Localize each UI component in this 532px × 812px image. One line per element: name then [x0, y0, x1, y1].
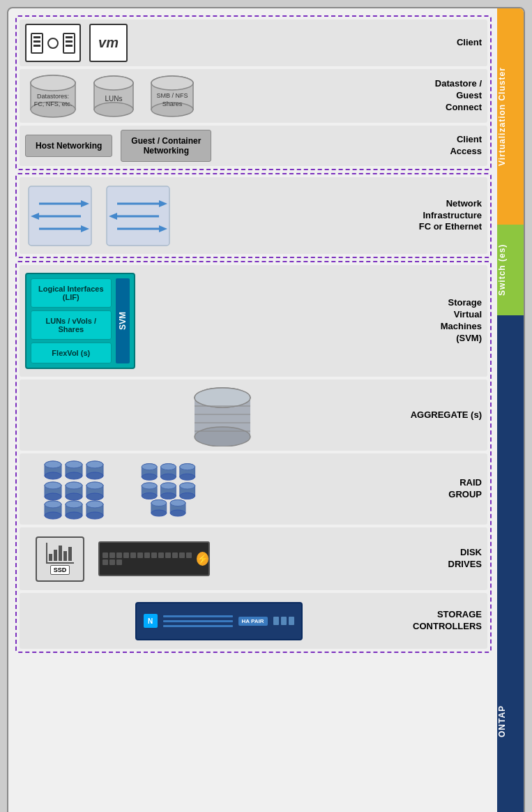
- svg-point-33: [195, 427, 250, 446]
- server-icon: [25, 24, 81, 62]
- svg-point-77: [142, 474, 157, 480]
- client-content: vm: [25, 24, 391, 62]
- svm-layers: Logical Interfaces(LIF) LUNs / vVols /Sh…: [31, 278, 112, 363]
- svg-text:Datastores:: Datastores:: [37, 93, 69, 100]
- sc-port-3: [289, 617, 294, 625]
- ssd-bar-3: [59, 546, 62, 561]
- storage-controllers-content: N HA PAIR: [25, 602, 391, 640]
- hdd-slot: [137, 552, 143, 558]
- svg-point-34: [195, 388, 250, 407]
- sidebar-virt-label: Virtualization Cluster: [497, 8, 507, 225]
- svg-point-62: [86, 482, 103, 489]
- hdd-slot: [116, 559, 122, 565]
- storage-controllers-row: N HA PAIR STORAGEC: [20, 593, 487, 649]
- svg-point-106: [170, 499, 185, 506]
- svm-lif-layer: Logical Interfaces(LIF): [31, 278, 112, 308]
- hdd-slot: [109, 559, 115, 565]
- svg-point-66: [45, 501, 61, 508]
- svm-content: Logical Interfaces(LIF) LUNs / vVols /Sh…: [25, 273, 391, 369]
- bar-line-5: [66, 40, 73, 43]
- vm-text: vm: [98, 35, 119, 51]
- sc-port-2: [281, 617, 287, 625]
- sidebar-virt: Virtualization Cluster: [497, 8, 524, 225]
- hdd-slot: [116, 552, 122, 558]
- svm-flexvol-layer: FlexVol (s): [31, 343, 112, 363]
- ssd-chart: [46, 543, 74, 564]
- ssd-bar-2: [54, 550, 57, 561]
- server-bar-right: [63, 33, 75, 54]
- hdd-power-indicator: ⚡: [197, 552, 208, 566]
- svg-point-69: [66, 512, 82, 519]
- sc-port-1: [273, 617, 279, 625]
- switch-icon-2: [103, 183, 173, 249]
- svg-point-74: [86, 501, 103, 508]
- server-dot: [47, 38, 59, 49]
- svm-label: StorageVirtualMachines(SVM): [391, 297, 482, 345]
- sc-body: [163, 615, 233, 627]
- content-area: vm Client Datastores:: [8, 8, 497, 812]
- svg-point-50: [86, 461, 103, 468]
- network-infra-row: NetworkInfrastructureFC or Ethernet: [20, 177, 487, 254]
- datastore-content: Datastores: FC, NFS, etc. LUNs: [25, 73, 391, 119]
- raid-row: RAIDGROUP: [20, 453, 487, 525]
- svg-point-41: [45, 472, 61, 479]
- switch-icon-1: [25, 183, 95, 249]
- sc-line-3: [163, 625, 233, 627]
- svg-text:FC, NFS, etc.: FC, NFS, etc.: [34, 100, 73, 107]
- svg-point-85: [180, 474, 195, 480]
- sc-line-2: [163, 620, 233, 622]
- svg-point-101: [151, 510, 167, 516]
- svg-point-57: [66, 493, 82, 500]
- vm-icon: vm: [89, 24, 128, 62]
- client-access-label: ClientAccess: [391, 134, 482, 158]
- server-bar-left: [31, 33, 43, 54]
- sidebar-switch-label: Switch (es): [497, 225, 507, 315]
- raid-disk-group-1: [39, 458, 116, 520]
- svg-point-82: [161, 464, 176, 470]
- aggregate-cylinder: [188, 384, 257, 446]
- svg-point-81: [161, 474, 176, 480]
- client-label: Client: [391, 37, 482, 49]
- virtualization-section: vm Client Datastores:: [15, 15, 492, 170]
- svg-point-3: [31, 75, 75, 91]
- hdd-slot: [102, 559, 108, 565]
- sidebar-ontap-label: ONTAP: [497, 315, 507, 812]
- svm-luns-layer: LUNs / vVols /Shares: [31, 310, 112, 340]
- ssd-icon: SSD: [36, 536, 84, 582]
- datastore-cylinder-1: Datastores: FC, NFS, etc.: [25, 73, 81, 119]
- ssd-bar-1: [49, 554, 52, 561]
- svg-point-54: [45, 482, 61, 489]
- client-access-row: Host Networking Guest / ContainerNetwork…: [20, 126, 487, 166]
- raid-disk-group-2: [137, 458, 206, 520]
- client-row: vm Client: [20, 20, 487, 66]
- svm-row: Logical Interfaces(LIF) LUNs / vVols /Sh…: [20, 265, 487, 377]
- ssd-label: SSD: [50, 565, 70, 575]
- svg-point-70: [66, 501, 82, 508]
- hdd-slot: [158, 552, 164, 558]
- svm-container: Logical Interfaces(LIF) LUNs / vVols /Sh…: [25, 273, 135, 369]
- diagram-wrapper: vm Client Datastores:: [7, 7, 525, 812]
- svg-point-14: [151, 76, 193, 90]
- hdd-slot: [165, 552, 171, 558]
- hdd-slots: [100, 550, 197, 568]
- svg-point-49: [86, 472, 103, 479]
- svg-text:SMB / NFS: SMB / NFS: [156, 92, 188, 99]
- ssd-bar-5: [68, 547, 72, 561]
- hdd-slot: [144, 552, 150, 558]
- raid-content: [25, 458, 391, 520]
- guest-container-networking-box: Guest / ContainerNetworking: [121, 130, 211, 162]
- bar-line-2: [33, 40, 40, 43]
- sc-ports: [273, 617, 294, 625]
- datastore-label: Datastore /GuestConnect: [391, 78, 482, 114]
- netapp-logo: N: [144, 614, 158, 628]
- svg-point-105: [170, 510, 185, 516]
- datastore-cylinder-2: LUNs: [89, 73, 138, 119]
- hdd-slot: [123, 552, 129, 558]
- ha-pair-badge: HA PAIR: [238, 617, 268, 626]
- client-access-content: Host Networking Guest / ContainerNetwork…: [25, 130, 391, 162]
- svg-point-73: [86, 512, 103, 519]
- cyl-svg-3: SMB / NFS Shares: [146, 73, 199, 119]
- disk-drives-content: SSD: [25, 536, 391, 582]
- storage-controllers-label: STORAGECONTROLLERS: [391, 609, 482, 633]
- svg-point-102: [151, 499, 167, 506]
